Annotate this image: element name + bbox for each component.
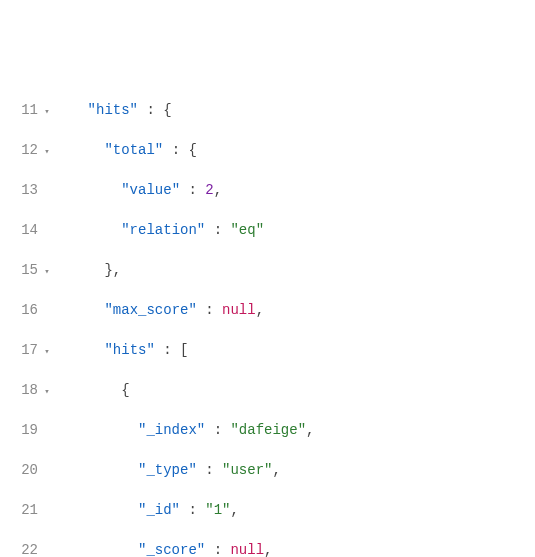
- line-number: 18: [0, 380, 38, 400]
- fold-toggle-icon[interactable]: ▾: [42, 382, 52, 402]
- line-number: 12: [0, 140, 38, 160]
- code-line[interactable]: "max_score" : null,: [54, 300, 535, 320]
- line-number: 17: [0, 340, 38, 360]
- code-line[interactable]: "hits" : [: [54, 340, 535, 360]
- code-line[interactable]: "relation" : "eq": [54, 220, 535, 240]
- line-number: 11: [0, 100, 38, 120]
- line-number: 15: [0, 260, 38, 280]
- line-number: 22: [0, 540, 38, 557]
- line-number: 14: [0, 220, 38, 240]
- code-line[interactable]: "_type" : "user",: [54, 460, 535, 480]
- line-number-gutter: 11 12 13 14 15 16 17 18 19 20 21 22 23 2…: [0, 80, 40, 557]
- code-line[interactable]: "_id" : "1",: [54, 500, 535, 520]
- code-editor[interactable]: 11 12 13 14 15 16 17 18 19 20 21 22 23 2…: [0, 80, 535, 557]
- line-number: 21: [0, 500, 38, 520]
- line-number: 20: [0, 460, 38, 480]
- code-line[interactable]: "_score" : null,: [54, 540, 535, 557]
- code-line[interactable]: },: [54, 260, 535, 280]
- fold-toggle-icon[interactable]: ▾: [42, 102, 52, 122]
- code-line[interactable]: "hits" : {: [54, 100, 535, 120]
- line-number: 13: [0, 180, 38, 200]
- code-line[interactable]: "value" : 2,: [54, 180, 535, 200]
- code-area[interactable]: "hits" : { "total" : { "value" : 2, "rel…: [54, 80, 535, 557]
- fold-gutter: ▾ ▾ ▾ ▾ ▾ ▾ ▾ ▾ ▾ ▾ ▾ ▾ ▾ ▾: [40, 80, 54, 557]
- fold-toggle-icon[interactable]: ▾: [42, 262, 52, 282]
- fold-toggle-icon[interactable]: ▾: [42, 142, 52, 162]
- code-line[interactable]: "_index" : "dafeige",: [54, 420, 535, 440]
- fold-toggle-icon[interactable]: ▾: [42, 342, 52, 362]
- code-line[interactable]: "total" : {: [54, 140, 535, 160]
- code-line[interactable]: {: [54, 380, 535, 400]
- line-number: 19: [0, 420, 38, 440]
- line-number: 16: [0, 300, 38, 320]
